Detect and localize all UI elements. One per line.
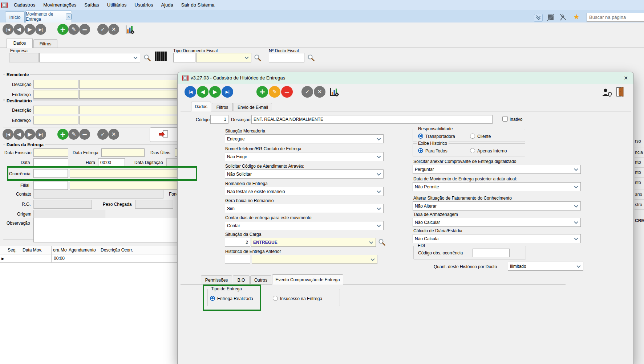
empresa-code-field[interactable] [9,53,39,62]
situacao-carga-select[interactable]: ENTREGUE [251,238,376,247]
menu-item-ajuda[interactable]: Ajuda [157,2,177,8]
dlg-tab-bo[interactable]: B.O [233,275,250,285]
dlg-tab-dados[interactable]: Dados [191,102,211,111]
quant-historico-select[interactable]: Ilimitado [508,262,583,271]
main-tab-dados[interactable]: Dados [7,38,33,48]
tab-close-icon[interactable]: ✕ [66,13,72,20]
confirm-button[interactable]: ✓ [97,24,108,35]
dlg-nav-first-button[interactable]: |◀ [185,86,196,98]
situacao-carga-code-field[interactable]: 2 [225,238,250,247]
grid-header-seq[interactable]: Seq. [6,246,21,254]
taxa-armazenagem-select[interactable]: Não Calcular [413,218,581,227]
dlg-chart-settings-icon[interactable] [329,87,339,97]
destinatario-descricao-code-field[interactable] [33,106,78,114]
contar-dias-select[interactable]: Contar [225,221,384,230]
dlg-add-button[interactable]: + [256,86,268,98]
add-button[interactable]: + [57,24,68,35]
favorite-star-icon[interactable]: ★ [573,13,580,20]
hora-field[interactable]: 00:00 [98,158,125,167]
nav-last-button[interactable]: ▶| [35,24,46,35]
comprovante-select[interactable]: Perguntar [413,165,581,174]
user-permissions-icon[interactable] [602,87,612,97]
alterar-faturamento-select[interactable]: Não Alterar [413,201,581,210]
entrega-nav-next-button[interactable]: ▶ [24,129,35,140]
remetente-endereco-code-field[interactable] [33,90,78,99]
destinatario-endereco-code-field[interactable] [33,116,78,124]
entrega-remove-button[interactable]: − [79,129,90,140]
descricao-field[interactable]: ENT. REALIZADA NORMALMENTE [251,115,493,124]
dlg-tab-evento-comprovacao[interactable]: Evento Comprovação de Entrega [272,274,343,285]
para-todos-radio[interactable] [418,148,423,153]
inativo-checkbox[interactable] [502,116,508,122]
chart-settings-icon[interactable] [125,24,135,34]
num-doc-field[interactable] [269,53,304,62]
dialog-title-bar[interactable]: v3.27.03 - Cadastro de Histórico de Entr… [178,72,633,84]
menu-item-movimentacoes[interactable]: Movimentações [39,2,80,8]
tab-inicio[interactable]: Início [5,11,25,23]
data-emissao-field[interactable] [33,148,68,157]
tab-movimento-de-entrega[interactable]: Movimento de Entrega ✕ [25,11,72,23]
observacao-textarea[interactable] [33,218,199,242]
num-doc-search-icon[interactable] [307,54,315,62]
search-input[interactable] [587,13,644,22]
tipo-doc-code-field[interactable] [173,53,195,62]
codigo-obs-field[interactable] [473,249,510,257]
dlg-cancel-button[interactable]: ✕ [314,86,325,98]
dlg-tab-outros[interactable]: Outros [250,275,271,285]
dlg-edit-button[interactable]: ✎ [269,86,280,98]
menu-item-cadastros[interactable]: Cadastros [10,2,39,8]
empresa-select[interactable] [39,53,140,62]
insucesso-entrega-radio[interactable] [273,296,278,301]
dlg-tab-filtros[interactable]: Filtros [212,103,233,111]
data-field[interactable] [33,158,68,167]
historico-anterior-code-field[interactable] [225,255,250,264]
codigo-field[interactable]: 1 [210,115,228,124]
grid-header-hora-mov[interactable]: ora Mov [52,246,67,254]
filial-code-field[interactable] [33,181,68,190]
dialog-close-button[interactable]: ✕ [621,74,630,82]
menu-item-sair[interactable]: Sair do Sistema [177,2,219,8]
codigo-atendimento-select[interactable]: Não Solicitar [225,169,384,179]
tipo-doc-search-icon[interactable] [254,54,262,62]
transportadora-radio[interactable] [418,134,423,139]
nav-next-button[interactable]: ▶ [24,24,35,35]
grid-header-data-mov[interactable]: Data Mov. [21,246,52,254]
disable-highlight-icon[interactable] [547,13,555,21]
chevron-expand-button[interactable] [534,14,543,22]
dlg-nav-last-button[interactable]: ▶| [222,86,233,98]
entrega-confirm-button[interactable]: ✓ [97,129,108,140]
menu-item-usuarios[interactable]: Usuários [130,2,157,8]
export-document-button[interactable] [150,127,178,142]
remetente-descricao-code-field[interactable] [33,80,78,89]
edit-button[interactable]: ✎ [68,24,79,35]
dlg-tab-envio-email[interactable]: Envio de E-mail [234,103,272,111]
contato-entrega-select[interactable]: Não Exigir [225,152,384,161]
grid-header-agendamento[interactable]: Agendamento [67,246,99,254]
gera-baixa-select[interactable]: Sim [225,204,384,213]
dlg-remove-button[interactable]: − [281,86,293,98]
calculo-diaria-select[interactable]: Não Calcula [413,234,581,243]
nav-first-button[interactable]: |◀ [3,24,13,35]
exit-door-icon[interactable] [616,87,624,97]
romaneio-entrega-select[interactable]: Não testar se existe romaneio [225,187,384,196]
dlg-nav-next-button[interactable]: ▶ [209,86,221,98]
cancel-button[interactable]: ✕ [108,24,119,35]
cliente-radio[interactable] [470,134,475,139]
data-posterior-select[interactable]: Não Permite [413,182,581,191]
historico-anterior-select[interactable] [252,255,377,264]
tipo-doc-select[interactable] [196,53,251,62]
situacao-mercadoria-select[interactable]: Entregue [225,134,384,143]
entrega-nav-last-button[interactable]: ▶| [35,129,46,140]
situacao-carga-search-icon[interactable] [378,238,386,246]
entrega-nav-first-button[interactable]: |◀ [3,129,13,140]
dlg-nav-prev-button[interactable]: ◀ [197,86,208,98]
main-tab-filtros[interactable]: Filtros [33,39,57,48]
remove-button[interactable]: − [79,24,90,35]
entrega-edit-button[interactable]: ✎ [68,129,79,140]
dlg-confirm-button[interactable]: ✓ [301,86,313,98]
data-entrega-field[interactable] [101,148,145,157]
barcode-icon[interactable] [155,51,168,62]
nav-prev-button[interactable]: ◀ [13,24,24,35]
unpin-icon[interactable] [559,13,567,21]
entrega-nav-prev-button[interactable]: ◀ [13,129,24,140]
